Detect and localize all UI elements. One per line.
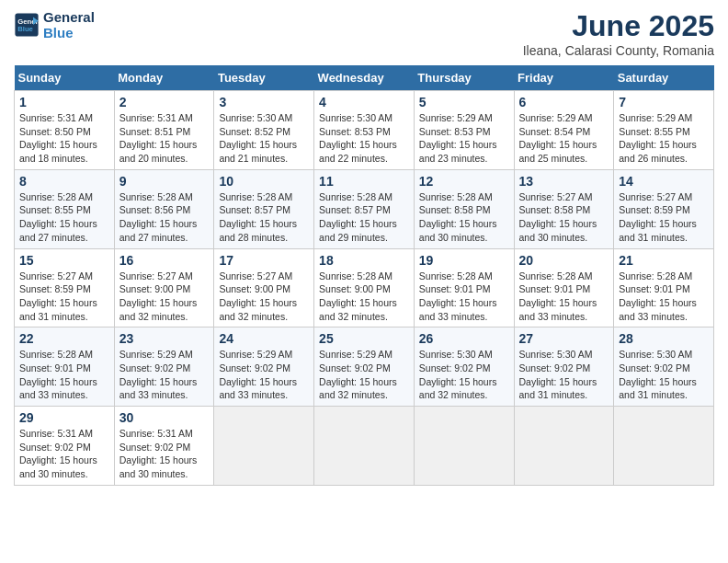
calendar-table: SundayMondayTuesdayWednesdayThursdayFrid… [14, 65, 714, 486]
calendar-cell [214, 407, 314, 486]
col-header-tuesday: Tuesday [214, 65, 314, 91]
day-info: Sunrise: 5:28 AM Sunset: 8:57 PM Dayligh… [219, 190, 309, 245]
day-info: Sunrise: 5:29 AM Sunset: 8:53 PM Dayligh… [419, 111, 509, 166]
calendar-cell: 14Sunrise: 5:27 AM Sunset: 8:59 PM Dayli… [614, 169, 714, 248]
day-number: 9 [119, 174, 210, 189]
calendar-cell: 23Sunrise: 5:29 AM Sunset: 9:02 PM Dayli… [114, 327, 214, 407]
calendar-cell: 19Sunrise: 5:28 AM Sunset: 9:01 PM Dayli… [414, 248, 514, 327]
day-number: 11 [319, 174, 409, 189]
day-info: Sunrise: 5:27 AM Sunset: 8:58 PM Dayligh… [519, 190, 609, 245]
day-number: 13 [519, 174, 609, 189]
calendar-cell: 13Sunrise: 5:27 AM Sunset: 8:58 PM Dayli… [514, 169, 614, 248]
day-info: Sunrise: 5:27 AM Sunset: 9:00 PM Dayligh… [119, 270, 210, 324]
day-number: 22 [19, 331, 109, 346]
day-number: 7 [619, 95, 709, 109]
calendar-cell: 4Sunrise: 5:30 AM Sunset: 8:53 PM Daylig… [314, 91, 415, 170]
calendar-cell: 24Sunrise: 5:29 AM Sunset: 9:02 PM Dayli… [214, 327, 314, 407]
day-number: 16 [119, 253, 210, 268]
day-number: 4 [319, 95, 409, 109]
day-info: Sunrise: 5:28 AM Sunset: 9:00 PM Dayligh… [319, 270, 409, 324]
page-header: General Blue General Blue June 2025 Ilea… [14, 9, 714, 58]
calendar-cell [514, 407, 614, 486]
calendar-row: 29Sunrise: 5:31 AM Sunset: 9:02 PM Dayli… [15, 407, 714, 486]
day-number: 8 [19, 174, 109, 189]
calendar-cell: 10Sunrise: 5:28 AM Sunset: 8:57 PM Dayli… [214, 169, 314, 248]
day-number: 28 [619, 331, 709, 346]
col-header-monday: Monday [114, 65, 214, 91]
day-info: Sunrise: 5:31 AM Sunset: 8:51 PM Dayligh… [119, 111, 210, 166]
day-info: Sunrise: 5:31 AM Sunset: 9:02 PM Dayligh… [19, 427, 109, 481]
day-number: 6 [519, 95, 609, 109]
day-info: Sunrise: 5:28 AM Sunset: 9:01 PM Dayligh… [619, 270, 709, 324]
calendar-row: 22Sunrise: 5:28 AM Sunset: 9:01 PM Dayli… [15, 327, 714, 407]
header-row: SundayMondayTuesdayWednesdayThursdayFrid… [15, 65, 714, 91]
day-number: 20 [519, 253, 609, 268]
day-number: 1 [19, 95, 109, 109]
calendar-cell: 5Sunrise: 5:29 AM Sunset: 8:53 PM Daylig… [414, 91, 514, 170]
day-number: 21 [619, 253, 709, 268]
day-number: 25 [319, 331, 409, 346]
day-info: Sunrise: 5:27 AM Sunset: 8:59 PM Dayligh… [19, 270, 109, 324]
day-info: Sunrise: 5:30 AM Sunset: 8:53 PM Dayligh… [319, 111, 409, 166]
calendar-cell: 11Sunrise: 5:28 AM Sunset: 8:57 PM Dayli… [314, 169, 415, 248]
day-info: Sunrise: 5:28 AM Sunset: 9:01 PM Dayligh… [519, 270, 609, 324]
day-number: 17 [219, 253, 309, 268]
calendar-cell: 21Sunrise: 5:28 AM Sunset: 9:01 PM Dayli… [614, 248, 714, 327]
subtitle: Ileana, Calarasi County, Romania [523, 43, 714, 58]
col-header-wednesday: Wednesday [314, 65, 415, 91]
day-number: 27 [519, 331, 609, 346]
day-info: Sunrise: 5:30 AM Sunset: 9:02 PM Dayligh… [419, 348, 509, 402]
calendar-cell: 29Sunrise: 5:31 AM Sunset: 9:02 PM Dayli… [15, 407, 115, 486]
calendar-cell [614, 407, 714, 486]
logo-text: General Blue [43, 9, 95, 40]
calendar-cell: 25Sunrise: 5:29 AM Sunset: 9:02 PM Dayli… [314, 327, 415, 407]
calendar-row: 1Sunrise: 5:31 AM Sunset: 8:50 PM Daylig… [15, 91, 714, 170]
day-info: Sunrise: 5:27 AM Sunset: 9:00 PM Dayligh… [219, 270, 309, 324]
day-number: 15 [19, 253, 109, 268]
col-header-friday: Friday [514, 65, 614, 91]
day-info: Sunrise: 5:29 AM Sunset: 8:55 PM Dayligh… [619, 111, 709, 166]
calendar-cell: 12Sunrise: 5:28 AM Sunset: 8:58 PM Dayli… [414, 169, 514, 248]
calendar-cell: 8Sunrise: 5:28 AM Sunset: 8:55 PM Daylig… [15, 169, 115, 248]
day-info: Sunrise: 5:29 AM Sunset: 9:02 PM Dayligh… [319, 348, 409, 402]
day-number: 18 [319, 253, 409, 268]
day-info: Sunrise: 5:28 AM Sunset: 8:58 PM Dayligh… [419, 190, 509, 245]
calendar-cell: 9Sunrise: 5:28 AM Sunset: 8:56 PM Daylig… [114, 169, 214, 248]
day-number: 3 [219, 95, 309, 109]
day-info: Sunrise: 5:30 AM Sunset: 9:02 PM Dayligh… [519, 348, 609, 402]
day-number: 26 [419, 331, 509, 346]
day-number: 12 [419, 174, 509, 189]
day-number: 10 [219, 174, 309, 189]
col-header-thursday: Thursday [414, 65, 514, 91]
calendar-cell: 17Sunrise: 5:27 AM Sunset: 9:00 PM Dayli… [214, 248, 314, 327]
day-info: Sunrise: 5:30 AM Sunset: 9:02 PM Dayligh… [619, 348, 709, 402]
calendar-cell: 6Sunrise: 5:29 AM Sunset: 8:54 PM Daylig… [514, 91, 614, 170]
svg-text:Blue: Blue [17, 25, 33, 33]
logo: General Blue General Blue [14, 9, 95, 40]
day-number: 14 [619, 174, 709, 189]
calendar-cell [414, 407, 514, 486]
day-number: 30 [119, 410, 210, 425]
day-info: Sunrise: 5:27 AM Sunset: 8:59 PM Dayligh… [619, 190, 709, 245]
main-title: June 2025 [523, 9, 714, 43]
calendar-cell: 28Sunrise: 5:30 AM Sunset: 9:02 PM Dayli… [614, 327, 714, 407]
logo-icon: General Blue [14, 12, 40, 38]
day-info: Sunrise: 5:28 AM Sunset: 8:55 PM Dayligh… [19, 190, 109, 245]
calendar-cell: 20Sunrise: 5:28 AM Sunset: 9:01 PM Dayli… [514, 248, 614, 327]
calendar-cell: 1Sunrise: 5:31 AM Sunset: 8:50 PM Daylig… [15, 91, 115, 170]
calendar-cell: 2Sunrise: 5:31 AM Sunset: 8:51 PM Daylig… [114, 91, 214, 170]
day-info: Sunrise: 5:28 AM Sunset: 8:57 PM Dayligh… [319, 190, 409, 245]
day-info: Sunrise: 5:29 AM Sunset: 9:02 PM Dayligh… [119, 348, 210, 402]
day-number: 24 [219, 331, 309, 346]
calendar-row: 8Sunrise: 5:28 AM Sunset: 8:55 PM Daylig… [15, 169, 714, 248]
day-number: 23 [119, 331, 210, 346]
day-number: 5 [419, 95, 509, 109]
calendar-cell: 16Sunrise: 5:27 AM Sunset: 9:00 PM Dayli… [114, 248, 214, 327]
day-info: Sunrise: 5:29 AM Sunset: 8:54 PM Dayligh… [519, 111, 609, 166]
calendar-cell: 27Sunrise: 5:30 AM Sunset: 9:02 PM Dayli… [514, 327, 614, 407]
col-header-saturday: Saturday [614, 65, 714, 91]
calendar-cell: 15Sunrise: 5:27 AM Sunset: 8:59 PM Dayli… [15, 248, 115, 327]
col-header-sunday: Sunday [15, 65, 115, 91]
day-info: Sunrise: 5:30 AM Sunset: 8:52 PM Dayligh… [219, 111, 309, 166]
day-info: Sunrise: 5:28 AM Sunset: 9:01 PM Dayligh… [419, 270, 509, 324]
